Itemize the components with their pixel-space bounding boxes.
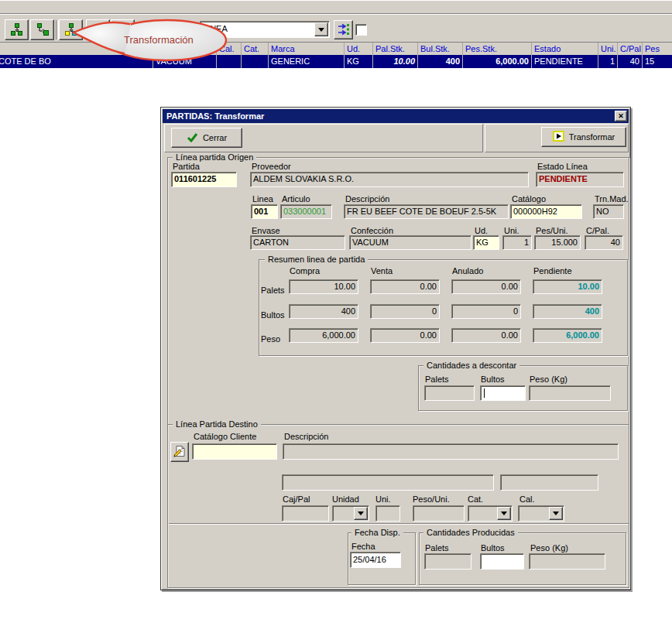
cat-select[interactable] [468,505,513,522]
grid-header-cell: Cat. [242,43,269,55]
pesouni-field[interactable] [413,505,465,522]
table-row-cell[interactable]: 15 [643,55,672,68]
producidas-peso-field [529,553,605,570]
resumen-row-label: Peso [261,334,280,344]
proveedor-label: Proveedor [252,162,291,172]
table-row-cell[interactable]: 6,000.00 [463,55,532,68]
grid-bottom-edge [0,68,672,69]
chevron-down-icon [553,512,559,515]
run-icon [553,131,564,143]
table-row-cell[interactable]: 10.00 [373,55,418,68]
table-row-cell[interactable]: KG [345,55,373,68]
partida-field[interactable]: 011601225 [171,172,237,187]
catalogo-field[interactable]: 000000H92 [510,204,582,219]
destino-group-label: Línea Partida Destino [173,419,261,429]
cajpal-field[interactable] [282,505,329,522]
check-icon [187,132,198,144]
fecha-label: Fecha [351,542,375,552]
articulo-field: 033000001 [280,204,332,219]
descontar-bultos-field[interactable] [480,385,526,401]
grid-header-cell: Pes [643,43,672,55]
cat-dropdown-button[interactable] [497,507,511,520]
descripcion-label: Descripción [345,194,389,204]
catalogo-label: Catálogo [512,194,546,204]
grid-header-cell: Pes.Stk. [463,43,532,55]
resumen-palets-pendiente: 10.00 [533,279,602,294]
producidas-peso-label: Peso (Kg) [530,543,568,553]
trnmad-field: NO [593,204,624,219]
cpal-field: 40 [585,235,623,250]
descontar-bultos-label: Bultos [481,375,505,385]
resumen-col-pendiente: Pendiente [533,266,572,276]
resumen-peso-pendiente: 6,000.00 [533,328,602,343]
close-icon[interactable]: ✕ [615,111,627,121]
fecha-field[interactable]: 25/04/16 [350,552,401,568]
grid-header-cell: Uni. [598,43,618,55]
uni-field: 1 [502,235,532,250]
resumen-bultos-compra: 400 [289,304,358,319]
pesouni-label: Peso/Uni. [413,494,450,505]
destino-descripcion-label: Descripción [284,432,328,442]
destino-uni-field[interactable] [375,505,400,522]
grid-header-cell: Pal.Stk. [373,43,418,55]
cerrar-button[interactable]: Cerrar [171,128,242,148]
cajpal-label: Caj/Pal [283,494,310,505]
estado-linea-label: Estado Línea [537,162,588,172]
dialog-titlebar[interactable]: PARTIDAS: Transformar ✕ [163,109,629,123]
resumen-row-label: Bultos [261,310,285,320]
ud-field[interactable]: KG [473,235,499,250]
table-row-cell[interactable]: GENERIC [269,55,345,68]
split-line-icon [11,23,23,37]
fecha-group-label: Fecha Disp. [351,528,403,537]
resumen-col-anulado: Anulado [452,266,483,276]
resumen-palets-anulado: 0.00 [451,279,521,294]
dialog-title: PARTIDAS: Transformar [163,111,264,121]
producidas-bultos-field[interactable] [480,553,524,570]
resumen-bultos-anulado: 0 [451,304,521,319]
table-row-cell[interactable] [242,55,269,68]
destino-uni-label: Uni. [375,494,391,505]
unidad-dropdown-button[interactable] [354,507,368,520]
resumen-bultos-pendiente: 400 [533,304,602,319]
descontar-group-label: Cantidades a descontar [423,361,519,370]
table-row-cell[interactable]: 40 [618,55,643,68]
resumen-palets-compra: 10.00 [289,279,358,294]
grid-header-cell: C/Pal [618,43,643,55]
resumen-col-compra: Compra [290,266,320,276]
move-line-button[interactable] [30,19,54,40]
cat-label: Cat. [468,494,483,505]
linea-label: Linea [252,194,273,204]
table-row-cell[interactable]: PENDIENTE [532,55,598,68]
table-row-cell[interactable]: 400 [418,55,463,68]
unidad-select[interactable] [332,505,369,522]
articulo-label: Articulo [282,194,310,204]
descripcion-field: FR EU BEEF COTE DE BOEUF 2.5-5K [344,204,509,219]
split-line-button[interactable] [5,19,29,40]
transformar-button[interactable]: Transformar [541,127,626,147]
unidad-label: Unidad [332,494,359,505]
cal-select[interactable] [518,505,564,522]
resumen-col-venta: Venta [371,266,393,276]
text-caret [484,388,485,398]
pesuni-field: 15.000 [534,235,581,250]
filter-columns-button[interactable] [334,20,353,39]
table-row-cell[interactable]: 1 [598,55,618,68]
grid-header-cell: Ud. [345,43,373,55]
lookup-catalogo-button[interactable] [170,442,189,462]
toolbar-checkbox[interactable] [355,24,367,36]
envase-field: CARTON [250,235,345,250]
catcliente-field[interactable] [192,443,277,460]
trnmad-label: Trn.Mad. [595,194,629,204]
cal-dropdown-button[interactable] [549,507,563,520]
grid-header-cell: Estado [532,43,598,55]
resumen-row-label: Palets [261,286,285,296]
descontar-peso-label: Peso (Kg) [530,375,567,385]
chevron-down-icon [501,512,507,515]
linea-field[interactable]: 001 [251,204,278,219]
tooltip-text: Transformación [124,34,194,46]
descontar-palets-field [424,385,475,401]
chevron-down-icon [358,512,364,515]
producidas-palets-label: Palets [425,543,449,553]
resumen-group-label: Resumen linea de partida [265,255,368,264]
combo-dropdown-button[interactable] [314,22,328,36]
